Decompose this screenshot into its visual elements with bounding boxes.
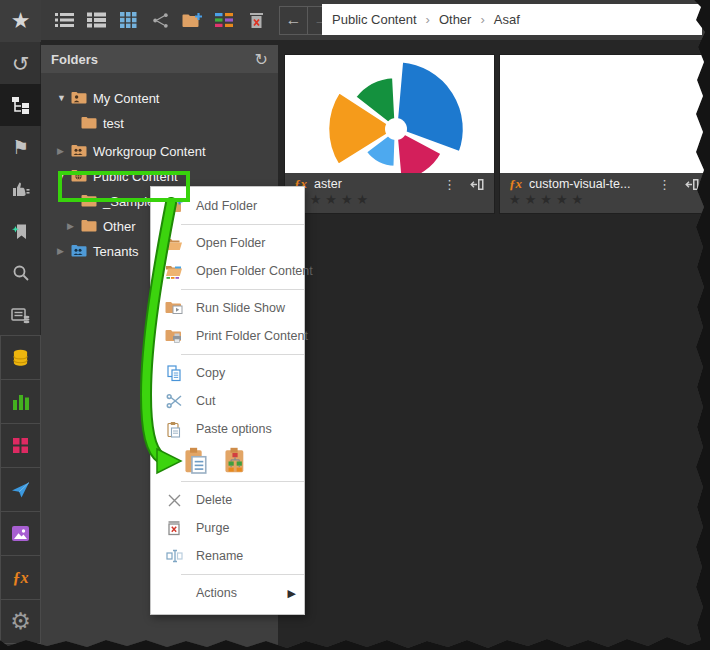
- run-slide-show-icon: [165, 300, 183, 317]
- menu-item-label: Cut: [196, 394, 215, 408]
- menu-item-open-folder[interactable]: Open Folder: [151, 229, 304, 257]
- sidebar-item-illustrations[interactable]: [0, 511, 41, 556]
- menu-item-label: Paste options: [196, 422, 272, 436]
- menu-item-copy[interactable]: Copy: [151, 359, 304, 387]
- card-rating-stars[interactable]: ★★★★★: [294, 192, 485, 207]
- cut-scissors-icon: [165, 393, 183, 410]
- no-icon: [165, 585, 183, 602]
- chevron-expanded-icon[interactable]: ▼: [57, 93, 71, 103]
- workgroup-folder-icon: [71, 144, 87, 157]
- print-folder-content-icon: [165, 328, 183, 345]
- grid-view-button[interactable]: [114, 6, 142, 34]
- bookmark-icon: [12, 223, 29, 240]
- sidebar-item-dashboards[interactable]: [0, 423, 41, 468]
- menu-item-delete[interactable]: Delete: [151, 486, 304, 514]
- card-more-menu-icon[interactable]: ⋮: [652, 177, 677, 192]
- card-rating-stars[interactable]: ★★★★★: [509, 192, 700, 207]
- menu-item-add-folder[interactable]: Add Folder: [151, 192, 304, 220]
- sidebar-item-bookmarks[interactable]: [0, 210, 41, 252]
- paste-buttons-row: [151, 443, 304, 477]
- sidebar-colored-group: ƒx ⚙: [0, 336, 41, 644]
- my-content-folder-icon: [71, 91, 87, 104]
- chevron-collapsed-icon[interactable]: ▶: [57, 146, 71, 156]
- server-list-icon: [11, 307, 30, 324]
- paste-special-button[interactable]: [223, 446, 249, 474]
- list-view-icon: [55, 12, 74, 28]
- refresh-icon[interactable]: ↻: [255, 50, 268, 69]
- menu-item-open-folder-content[interactable]: Open Folder Content: [151, 257, 304, 285]
- menu-item-label: Copy: [196, 366, 225, 380]
- breadcrumb-item-public-content[interactable]: Public Content: [332, 12, 417, 27]
- sidebar-item-formulas[interactable]: ƒx: [0, 555, 41, 600]
- sidebar-item-history[interactable]: ↺: [0, 42, 41, 84]
- search-icon: [12, 264, 30, 282]
- tenants-icon: [71, 244, 87, 257]
- menu-item-purge[interactable]: Purge: [151, 514, 304, 542]
- tree-item-workgroup-content[interactable]: ▶ Workgroup Content: [41, 138, 278, 163]
- open-folder-icon: [165, 235, 183, 252]
- tree-item-my-content[interactable]: ▼ My Content: [41, 85, 278, 110]
- hierarchy-view-button[interactable]: [146, 6, 174, 34]
- sidebar-item-search[interactable]: [0, 252, 41, 294]
- menu-item-label: Actions: [196, 586, 237, 600]
- menu-item-paste-options[interactable]: Paste options: [151, 415, 304, 443]
- detail-list-view-button[interactable]: [82, 6, 110, 34]
- menu-item-label: Add Folder: [196, 199, 257, 213]
- chevron-expanded-icon[interactable]: ▼: [57, 171, 71, 181]
- grid-tiles-icon: [12, 437, 29, 454]
- delete-x-icon: [165, 492, 183, 509]
- app-window: ★ ↺ ⚑: [0, 0, 710, 650]
- breadcrumb-item-asaf[interactable]: Asaf: [494, 12, 520, 27]
- breadcrumb-item-other[interactable]: Other: [439, 12, 472, 27]
- sidebar-item-publish[interactable]: [0, 467, 41, 512]
- left-icon-rail: ★ ↺ ⚑: [0, 0, 41, 650]
- menu-item-run-slide-show[interactable]: Run Slide Show: [151, 294, 304, 322]
- tree-item-label: Public Content: [93, 168, 178, 184]
- tree-item-public-content[interactable]: ▼ Public Content: [41, 163, 278, 188]
- tree-item-test[interactable]: test: [41, 110, 278, 135]
- card-thumbnail-aster-chart: [285, 55, 494, 173]
- detail-list-view-icon: [87, 12, 106, 28]
- card-open-export-icon[interactable]: [685, 177, 700, 192]
- categorized-list-button[interactable]: [210, 6, 238, 34]
- sidebar-item-flags[interactable]: ⚑: [0, 126, 41, 168]
- flag-icon: ⚑: [12, 138, 29, 157]
- sidebar-item-data-sources[interactable]: [0, 335, 41, 380]
- rename-icon: [165, 548, 183, 565]
- sidebar-item-likes[interactable]: [0, 168, 41, 210]
- breadcrumb: Public Content › Other › Asaf: [322, 4, 702, 35]
- chevron-collapsed-icon[interactable]: ▶: [67, 221, 81, 231]
- chevron-collapsed-icon[interactable]: ▶: [57, 246, 71, 256]
- menu-item-rename[interactable]: Rename: [151, 542, 304, 570]
- sidebar-item-server-content[interactable]: [0, 294, 41, 336]
- paste-button[interactable]: [183, 446, 209, 474]
- sidebar-item-settings[interactable]: ⚙: [0, 599, 41, 644]
- folders-panel-title: Folders: [51, 52, 255, 67]
- nav-back-button[interactable]: ←: [279, 6, 308, 35]
- submenu-caret-icon: ▶: [288, 587, 296, 600]
- content-card-custom-visual[interactable]: ƒx custom-visual-te... ⋮ ★★★★★: [500, 55, 709, 213]
- tree-item-label: test: [103, 115, 124, 131]
- card-more-menu-icon[interactable]: ⋮: [437, 177, 462, 192]
- list-view-button[interactable]: [50, 6, 78, 34]
- content-card-aster[interactable]: ƒx aster ⋮ ★★★★★: [285, 55, 494, 213]
- sidebar-item-analytics[interactable]: [0, 379, 41, 424]
- card-open-export-icon[interactable]: [470, 177, 485, 192]
- menu-item-print-folder-content[interactable]: Print Folder Content: [151, 322, 304, 350]
- delete-button[interactable]: [242, 6, 270, 34]
- breadcrumb-separator-icon: ›: [426, 12, 430, 27]
- content-explorer-icon: [11, 96, 31, 114]
- sidebar-item-favorites[interactable]: ★: [0, 0, 41, 42]
- sidebar-item-content-explorer[interactable]: [0, 84, 41, 126]
- categorized-list-icon: [215, 12, 233, 28]
- tree-item-label: Other: [103, 218, 136, 234]
- new-folder-icon: [182, 12, 202, 29]
- purge-icon: [165, 520, 183, 537]
- menu-item-actions[interactable]: Actions ▶: [151, 579, 304, 607]
- likes-thumb-up-icon: [12, 180, 30, 198]
- paste-options-icon: [165, 421, 183, 438]
- add-folder-icon: [165, 198, 183, 215]
- breadcrumb-separator-icon: ›: [480, 12, 484, 27]
- menu-item-cut[interactable]: Cut: [151, 387, 304, 415]
- new-folder-button[interactable]: [178, 6, 206, 34]
